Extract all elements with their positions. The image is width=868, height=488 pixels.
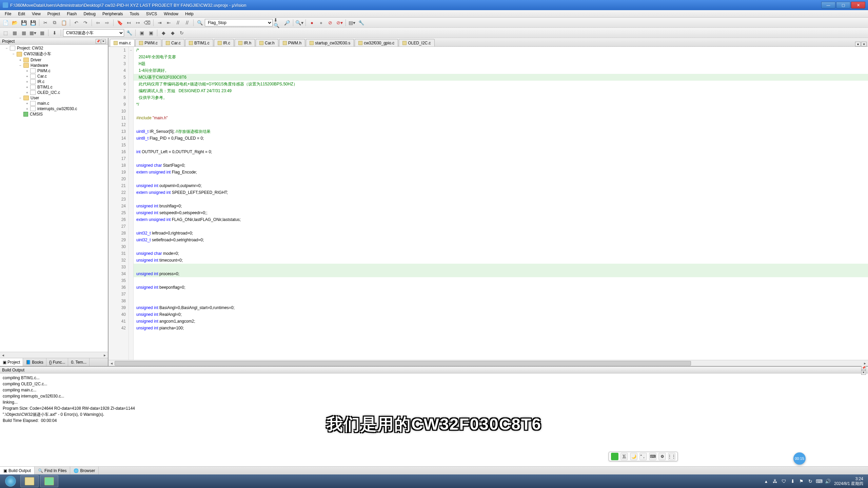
comment-icon[interactable]: // <box>174 19 182 27</box>
ime-keyboard-icon[interactable]: ⌨ <box>649 453 656 460</box>
cut-icon[interactable]: ✂ <box>41 19 50 27</box>
find-next-icon[interactable]: ⬇🔍 <box>274 19 282 27</box>
panel-pin-icon[interactable]: 📌 <box>96 39 100 44</box>
outdent-icon[interactable]: ⇤ <box>165 19 173 27</box>
build-output-text[interactable]: compiling BTIM1.c...compiling OLED_I2C.c… <box>0 373 868 466</box>
tools-icon[interactable]: 🔧 <box>357 19 365 27</box>
editor-tab[interactable]: main.c <box>110 39 135 46</box>
indent-icon[interactable]: ⇥ <box>156 19 164 27</box>
editor-tab[interactable]: Car.c <box>162 39 184 46</box>
start-button[interactable] <box>1 475 20 487</box>
editor-tab[interactable]: PWM.c <box>135 39 161 46</box>
editor-tab[interactable]: Car.h <box>256 39 278 46</box>
minimize-button[interactable]: — <box>821 2 835 8</box>
stop-build-icon[interactable]: ▦ <box>38 29 46 37</box>
tree-file[interactable]: +IR.c <box>0 79 108 84</box>
tree-file[interactable]: +PWM.c <box>0 68 108 74</box>
project-tree[interactable]: − Project: CW32 − CW32循迹小车 + Driver − Ha… <box>0 45 108 352</box>
tray-flag-icon[interactable]: ⚑ <box>799 479 804 484</box>
batch-build-icon[interactable]: ▦▾ <box>29 29 37 37</box>
menu-svcs[interactable]: SVCS <box>143 11 161 17</box>
target-select[interactable]: CW32循迹小车 <box>63 29 124 37</box>
copy-icon[interactable]: ⧉ <box>51 19 59 27</box>
download-icon[interactable]: ⬇ <box>51 29 59 37</box>
find-icon[interactable]: 🔍 <box>196 19 204 27</box>
scroll-left-icon[interactable]: ◂ <box>108 360 115 366</box>
build-tab-output[interactable]: ▣Build Output <box>0 467 35 474</box>
find-combo[interactable]: Flag_Stop <box>205 19 273 26</box>
uncomment-icon[interactable]: // <box>183 19 191 27</box>
taskbar-clock[interactable]: 3:24 2024/8/1 星期四 <box>834 476 863 486</box>
timer-badge[interactable]: 00:15 <box>793 452 806 465</box>
editor-tab[interactable]: cw32f030_gpio.c <box>355 39 398 46</box>
tray-usb-icon[interactable]: ⬇ <box>790 479 795 484</box>
ime-mode-button[interactable]: 五 <box>620 453 628 460</box>
menu-view[interactable]: View <box>28 11 44 17</box>
menu-tools[interactable]: Tools <box>126 11 143 17</box>
scroll-thumb[interactable] <box>115 361 691 366</box>
open-file-icon[interactable]: 📂 <box>11 19 19 27</box>
scroll-right-icon[interactable]: ▸ <box>862 360 868 366</box>
code-editor[interactable]: 1234567891011121314151617181920212223242… <box>108 47 868 360</box>
tree-file[interactable]: +interrupts_cw32f030.c <box>0 106 108 111</box>
tree-group-cmsis[interactable]: CMSIS <box>0 111 108 117</box>
menu-edit[interactable]: Edit <box>15 11 28 17</box>
ime-toolbar[interactable]: 五 🌙 "， ⌨ ⚙ ⋮⋮ <box>609 452 678 461</box>
bookmark-next-icon[interactable]: ↦ <box>134 19 142 27</box>
tray-sync-icon[interactable]: ↻ <box>808 479 813 484</box>
tree-group-hardware[interactable]: − Hardware <box>0 63 108 68</box>
menu-peripherals[interactable]: Peripherals <box>99 11 126 17</box>
rebuild-icon[interactable]: ▦ <box>20 29 28 37</box>
tray-shield-icon[interactable]: 🛡 <box>781 479 787 484</box>
debug-cancel-icon[interactable]: ⊘ <box>326 19 334 27</box>
tree-file[interactable]: +OLED_I2C.c <box>0 90 108 95</box>
ime-menu-icon[interactable]: ⋮⋮ <box>668 453 675 460</box>
build-tab-browser[interactable]: 🌐Browser <box>70 467 99 474</box>
editor-tab[interactable]: IR.h <box>235 39 255 46</box>
panel-close-icon[interactable]: ✕ <box>101 39 106 44</box>
tray-volume-icon[interactable]: 🔊 <box>825 479 831 484</box>
editor-tab[interactable]: BTIM1.c <box>185 39 213 46</box>
panel-tab-templates[interactable]: 0.Tem... <box>68 358 90 366</box>
taskbar-item-uvision[interactable] <box>40 475 58 487</box>
options-icon[interactable]: 🔧 <box>125 29 133 37</box>
menu-flash[interactable]: Flash <box>63 11 80 17</box>
menu-project[interactable]: Project <box>44 11 63 17</box>
paste-icon[interactable]: 📋 <box>60 19 68 27</box>
nav-back-icon[interactable]: ⇦ <box>94 19 102 27</box>
editor-hscroll[interactable]: ◂ ▸ <box>108 360 868 366</box>
editor-tab[interactable]: IR.c <box>214 39 234 46</box>
tree-group-user[interactable]: − User <box>0 95 108 101</box>
manage-icon[interactable]: ▣ <box>138 29 146 37</box>
window-icon[interactable]: ▤▾ <box>348 19 356 27</box>
tray-keyboard-icon[interactable]: ⌨ <box>816 479 822 484</box>
new-file-icon[interactable]: 📄 <box>1 19 9 27</box>
tree-root[interactable]: − Project: CW32 <box>0 45 108 51</box>
bookmark-icon[interactable]: 🔖 <box>116 19 124 27</box>
refresh-icon[interactable]: ↻ <box>178 29 186 37</box>
maximize-button[interactable]: ▢ <box>836 2 850 8</box>
menu-debug[interactable]: Debug <box>80 11 99 17</box>
save-icon[interactable]: 💾 <box>20 19 28 27</box>
tree-target[interactable]: − CW32循迹小车 <box>0 51 108 57</box>
tree-file[interactable]: +Car.c <box>0 74 108 79</box>
save-all-icon[interactable]: 💾 <box>29 19 37 27</box>
redo-icon[interactable]: ↷ <box>81 19 90 27</box>
menu-help[interactable]: Help <box>182 11 197 17</box>
taskbar-item-explorer[interactable] <box>20 475 39 487</box>
tree-file[interactable]: +BTIM1.c <box>0 84 108 90</box>
editor-tab[interactable]: startup_cw32f030.s <box>306 39 354 46</box>
translate-icon[interactable]: ⬚ <box>1 29 9 37</box>
git-icon[interactable]: ◆ <box>159 29 167 37</box>
ime-logo-icon[interactable] <box>611 453 618 460</box>
find-in-files-icon[interactable]: 🔎 <box>283 19 291 27</box>
panel-tab-books[interactable]: 📘Books <box>23 358 46 366</box>
tree-scroll-right-icon[interactable]: ▸ <box>102 352 108 358</box>
panel-tab-functions[interactable]: {}Func... <box>46 358 68 366</box>
bookmark-clear-icon[interactable]: ⌫ <box>143 19 151 27</box>
editor-tab[interactable]: OLED_I2C.c <box>399 39 434 46</box>
menu-file[interactable]: File <box>1 11 15 17</box>
debug-start-icon[interactable]: 🔍▾ <box>295 19 303 27</box>
ime-punct-icon[interactable]: "， <box>639 453 647 460</box>
debug-grey-icon[interactable]: ● <box>317 19 325 27</box>
